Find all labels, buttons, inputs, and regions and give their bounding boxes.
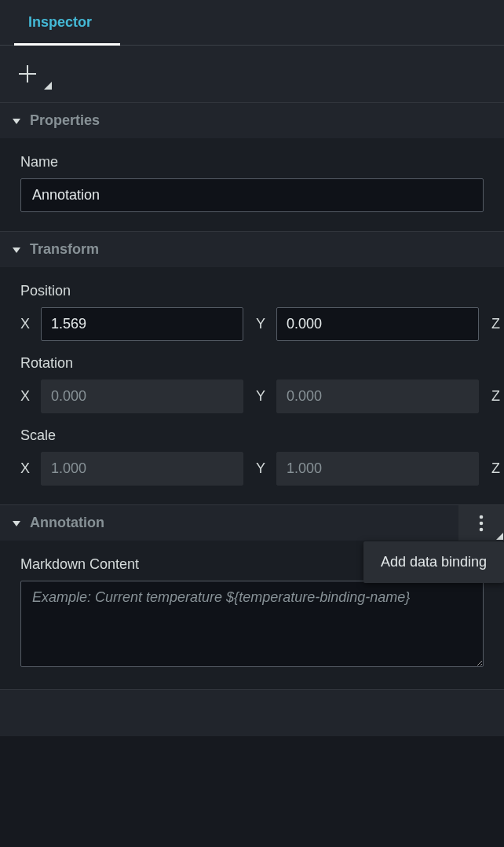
rotation-group: Rotation X Y Z: [20, 355, 484, 413]
scale-row: X Y Z: [20, 452, 484, 486]
toolbar: [0, 46, 504, 102]
annotation-header[interactable]: Annotation Add data binding: [0, 505, 504, 541]
scale-group: Scale X Y Z: [20, 427, 484, 486]
rotation-z-item: Z: [491, 380, 504, 413]
caret-down-icon: [11, 518, 22, 529]
add-button[interactable]: [17, 60, 46, 88]
scale-label: Scale: [20, 427, 484, 444]
position-x-item: X: [20, 307, 243, 341]
properties-title: Properties: [30, 112, 100, 129]
svg-point-7: [480, 527, 484, 531]
rotation-row: X Y Z: [20, 380, 484, 413]
caret-down-icon: [11, 244, 22, 255]
axis-z-label: Z: [491, 388, 502, 405]
scale-z-item: Z: [491, 452, 504, 486]
transform-section: Transform Position X Y Z Rotation: [0, 231, 504, 504]
rotation-y-item: Y: [256, 380, 479, 413]
name-label: Name: [20, 154, 484, 170]
axis-x-label: X: [20, 388, 31, 405]
annotation-menu-button[interactable]: [458, 505, 504, 541]
position-z-item: Z: [491, 307, 504, 341]
position-group: Position X Y Z: [20, 283, 484, 341]
axis-y-label: Y: [256, 388, 267, 405]
add-data-binding-menu-item[interactable]: Add data binding: [363, 541, 504, 583]
position-row: X Y Z: [20, 307, 484, 341]
properties-body: Name: [0, 138, 504, 231]
name-input[interactable]: [20, 178, 484, 212]
svg-marker-4: [13, 521, 20, 526]
kebab-icon: [479, 515, 484, 532]
axis-x-label: X: [20, 460, 31, 477]
svg-point-5: [480, 515, 484, 519]
axis-z-label: Z: [491, 460, 502, 477]
axis-z-label: Z: [491, 316, 502, 332]
scale-y-item: Y: [256, 452, 479, 486]
tabs-bar: Inspector: [0, 0, 504, 46]
position-y-item: Y: [256, 307, 479, 341]
position-label: Position: [20, 283, 484, 299]
svg-marker-3: [13, 248, 20, 253]
empty-section: [0, 689, 504, 736]
properties-header[interactable]: Properties: [0, 103, 504, 138]
plus-icon: [17, 64, 38, 84]
position-x-input[interactable]: [41, 307, 243, 341]
annotation-title: Annotation: [30, 515, 104, 531]
annotation-section: Annotation Add data binding Markdown Con…: [0, 504, 504, 689]
scale-y-input[interactable]: [276, 452, 479, 486]
rotation-x-input[interactable]: [41, 380, 243, 413]
axis-x-label: X: [20, 316, 31, 332]
markdown-content-textarea[interactable]: [20, 581, 484, 667]
svg-marker-2: [13, 119, 20, 124]
axis-y-label: Y: [256, 316, 267, 332]
dropdown-indicator-icon: [44, 82, 52, 90]
scale-x-input[interactable]: [41, 452, 243, 486]
svg-point-6: [480, 521, 484, 525]
properties-section: Properties Name: [0, 102, 504, 231]
position-y-input[interactable]: [276, 307, 479, 341]
transform-title: Transform: [30, 241, 99, 258]
caret-down-icon: [11, 116, 22, 126]
rotation-y-input[interactable]: [276, 380, 479, 413]
tab-inspector[interactable]: Inspector: [0, 0, 120, 45]
axis-y-label: Y: [256, 460, 267, 477]
dropdown-indicator-icon: [496, 533, 503, 540]
scale-x-item: X: [20, 452, 243, 486]
transform-body: Position X Y Z Rotation X: [0, 267, 504, 504]
rotation-x-item: X: [20, 380, 243, 413]
transform-header[interactable]: Transform: [0, 232, 504, 267]
rotation-label: Rotation: [20, 355, 484, 372]
